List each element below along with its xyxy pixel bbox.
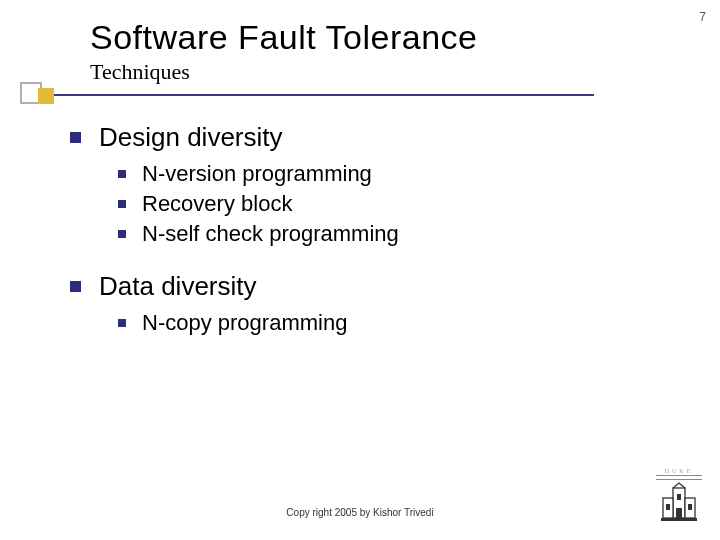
slide: 7 Software Fault Tolerance Techniques De…: [0, 0, 720, 540]
list-item-label: Recovery block: [142, 191, 292, 217]
svg-rect-7: [677, 494, 681, 500]
duke-logo: DUKE: [656, 468, 702, 522]
list-item-label: Data diversity: [99, 271, 257, 302]
svg-rect-6: [688, 504, 692, 510]
list-item: N-self check programming: [118, 221, 630, 247]
list-item: Data diversity: [70, 271, 630, 302]
svg-rect-3: [661, 518, 697, 521]
list-item: Design diversity: [70, 122, 630, 153]
list-item: N-copy programming: [118, 310, 630, 336]
svg-rect-4: [676, 508, 682, 518]
square-bullet-icon: [70, 132, 81, 143]
copyright-footer: Copy right 2005 by Kishor Trivedi: [0, 507, 720, 518]
square-bullet-icon: [118, 230, 126, 238]
list-item-label: N-self check programming: [142, 221, 399, 247]
list-item-label: N-copy programming: [142, 310, 347, 336]
building-icon: [659, 482, 699, 522]
list-item: N-version programming: [118, 161, 630, 187]
header: Software Fault Tolerance Techniques: [90, 18, 477, 85]
square-bullet-icon: [70, 281, 81, 292]
slide-title: Software Fault Tolerance: [90, 18, 477, 57]
title-underline-graphic: [20, 88, 580, 102]
square-bullet-icon: [118, 319, 126, 327]
square-bullet-icon: [118, 200, 126, 208]
duke-logo-text: DUKE: [656, 468, 702, 474]
list-item-label: Design diversity: [99, 122, 283, 153]
slide-subtitle: Techniques: [90, 59, 477, 85]
logo-divider: [656, 475, 702, 480]
list-item-label: N-version programming: [142, 161, 372, 187]
content-body: Design diversity N-version programming R…: [70, 116, 630, 340]
list-item: Recovery block: [118, 191, 630, 217]
page-number: 7: [699, 10, 706, 24]
square-bullet-icon: [118, 170, 126, 178]
svg-rect-5: [666, 504, 670, 510]
